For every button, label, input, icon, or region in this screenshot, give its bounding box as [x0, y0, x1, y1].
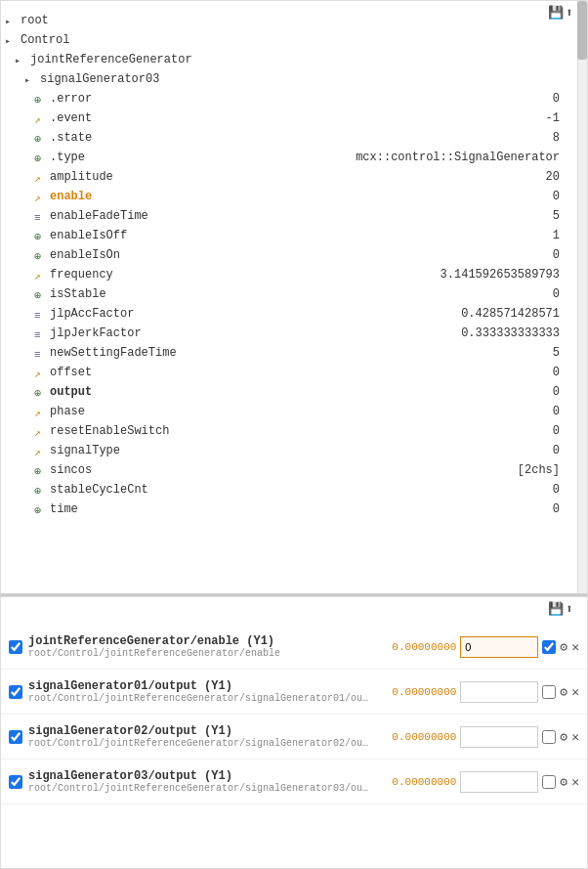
signal-name: jointReferenceGenerator/enable (Y1) [28, 634, 370, 648]
signal-label-block: signalGenerator02/output (Y1) root/Contr… [28, 724, 370, 749]
svg-text:≡: ≡ [34, 349, 41, 360]
arrow-icon: ↗ [34, 405, 48, 418]
tree-row-left: ▸ root [1, 12, 49, 29]
signal-ctrl-checkbox[interactable] [542, 730, 556, 744]
node-name: signalGenerator03 [40, 70, 159, 88]
tree-row-left: ↗ amplitude [1, 168, 113, 186]
node-value: 0 [553, 285, 579, 303]
tree-row[interactable]: ≡ enableFadeTime 5 [1, 206, 587, 226]
gear-icon: ⊕ [34, 131, 48, 145]
scrollbar-track[interactable] [577, 1, 587, 593]
node-name: enable [50, 188, 92, 205]
signal-input[interactable] [460, 726, 538, 748]
tree-row-left: ↗ signalType [1, 442, 120, 459]
folder-icon: ▸ [5, 15, 19, 26]
tree-row-left: ▸ jointReferenceGenerator [1, 51, 192, 68]
signal-input[interactable] [460, 636, 538, 658]
signal-enable-checkbox[interactable] [9, 685, 22, 699]
upload-icon[interactable]: ⬆ [566, 5, 579, 19]
node-value: 0 [553, 364, 579, 381]
signal-input[interactable] [460, 771, 538, 793]
arrow-icon: ↗ [34, 268, 48, 282]
bottom-save-icon[interactable]: 💾 [548, 601, 562, 615]
node-name: root [21, 12, 49, 29]
tree-row[interactable]: ↗ offset 0 [1, 363, 587, 382]
signal-close-icon[interactable]: ✕ [571, 729, 579, 745]
lines-icon: ≡ [34, 209, 48, 223]
arrow-icon: ↗ [34, 111, 48, 125]
tree-row-left: ⊕ isStable [1, 285, 106, 303]
signal-enable-checkbox[interactable] [9, 730, 22, 744]
tree-row[interactable]: ↗ signalType 0 [1, 441, 587, 460]
tree-row[interactable]: ▸ root [1, 11, 587, 30]
tree-row[interactable]: ⊕ sincos [2chs] [1, 460, 587, 480]
signal-close-icon[interactable]: ✕ [571, 639, 579, 655]
svg-text:⊕: ⊕ [34, 504, 41, 516]
tree-row[interactable]: ↗ enable 0 [1, 187, 587, 206]
lines-icon: ≡ [34, 326, 48, 340]
signal-value-display: 0.00000000 [378, 641, 456, 653]
tree-row[interactable]: ⊕ isStable 0 [1, 284, 587, 304]
node-name: output [50, 383, 92, 401]
tree-row[interactable]: ⊕ .type mcx::control::SignalGenerator [1, 148, 587, 167]
arrow-icon: ↗ [34, 444, 48, 457]
tree-row[interactable]: ↗ frequency 3.141592653589793 [1, 265, 587, 284]
signal-enable-checkbox[interactable] [9, 640, 22, 654]
arrow-icon: ↗ [34, 170, 48, 184]
tree-row[interactable]: ▸ Control [1, 30, 587, 50]
svg-text:↗: ↗ [34, 427, 41, 438]
node-value: 0 [553, 246, 579, 264]
tree-row-left: ↗ .event [1, 109, 92, 127]
node-value: 0 [553, 481, 579, 499]
tree-row[interactable]: ≡ jlpAccFactor 0.428571428571 [1, 304, 587, 324]
tree-row[interactable]: ↗ amplitude 20 [1, 167, 587, 187]
node-name: .type [50, 149, 85, 166]
signal-enable-checkbox[interactable] [9, 775, 22, 789]
tree-row-left: ≡ jlpJerkFactor [1, 325, 142, 342]
signal-gear-icon[interactable]: ⚙ [560, 639, 567, 655]
tree-row[interactable]: ↗ resetEnableSwitch 0 [1, 421, 587, 441]
tree-row[interactable]: ▸ signalGenerator03 [1, 69, 587, 89]
signal-path: root/Control/jointReferenceGenerator/sig… [28, 738, 370, 749]
signal-close-icon[interactable]: ✕ [571, 774, 579, 790]
signal-ctrl-checkbox[interactable] [542, 685, 556, 699]
svg-text:↗: ↗ [34, 369, 41, 379]
signal-label-block: jointReferenceGenerator/enable (Y1) root… [28, 634, 370, 659]
tree-row[interactable]: ≡ jlpJerkFactor 0.333333333333 [1, 324, 587, 343]
tree-row[interactable]: ↗ phase 0 [1, 402, 587, 421]
node-name: newSettingFadeTime [50, 344, 177, 362]
signal-close-icon[interactable]: ✕ [571, 684, 579, 700]
node-value: 0 [553, 188, 579, 205]
tree-row[interactable]: ⊕ .error 0 [1, 89, 587, 109]
svg-text:⊕: ⊕ [34, 387, 41, 399]
tree-row-left: ⊕ .state [1, 129, 92, 147]
node-value: 0 [553, 90, 579, 108]
signal-gear-icon[interactable]: ⚙ [560, 684, 567, 700]
signal-input[interactable] [460, 681, 538, 703]
svg-text:⊕: ⊕ [34, 485, 41, 497]
tree-row[interactable]: ⊕ enableIsOn 0 [1, 245, 587, 265]
signal-ctrl-checkbox[interactable] [542, 775, 556, 789]
gear-icon: ⊕ [34, 463, 48, 477]
top-toolbar: 💾 ⬆ [548, 5, 579, 19]
save-icon[interactable]: 💾 [548, 5, 562, 19]
tree-row-left: ≡ jlpAccFactor [1, 305, 134, 323]
tree-row[interactable]: ⊕ stableCycleCnt 0 [1, 480, 587, 500]
tree-row[interactable]: ⊕ time 0 [1, 500, 587, 519]
tree-row-left: ≡ newSettingFadeTime [1, 344, 177, 362]
tree-row[interactable]: ≡ newSettingFadeTime 5 [1, 343, 587, 363]
signal-gear-icon[interactable]: ⚙ [560, 729, 567, 745]
lines-icon: ≡ [34, 307, 48, 321]
tree-row[interactable]: ▸ jointReferenceGenerator [1, 50, 587, 69]
tree-row[interactable]: ⊕ output 0 [1, 382, 587, 402]
signal-label-block: signalGenerator01/output (Y1) root/Contr… [28, 679, 370, 704]
signal-gear-icon[interactable]: ⚙ [560, 774, 567, 790]
tree-row[interactable]: ↗ .event -1 [1, 109, 587, 128]
tree-row[interactable]: ⊕ .state 8 [1, 128, 587, 148]
signal-value-display: 0.00000000 [378, 686, 456, 698]
signal-controls: 0.00000000 ⚙ ✕ [378, 636, 579, 658]
node-value: 5 [553, 207, 579, 225]
bottom-upload-icon[interactable]: ⬆ [566, 601, 579, 615]
tree-row[interactable]: ⊕ enableIsOff 1 [1, 226, 587, 245]
signal-ctrl-checkbox[interactable] [542, 640, 556, 654]
